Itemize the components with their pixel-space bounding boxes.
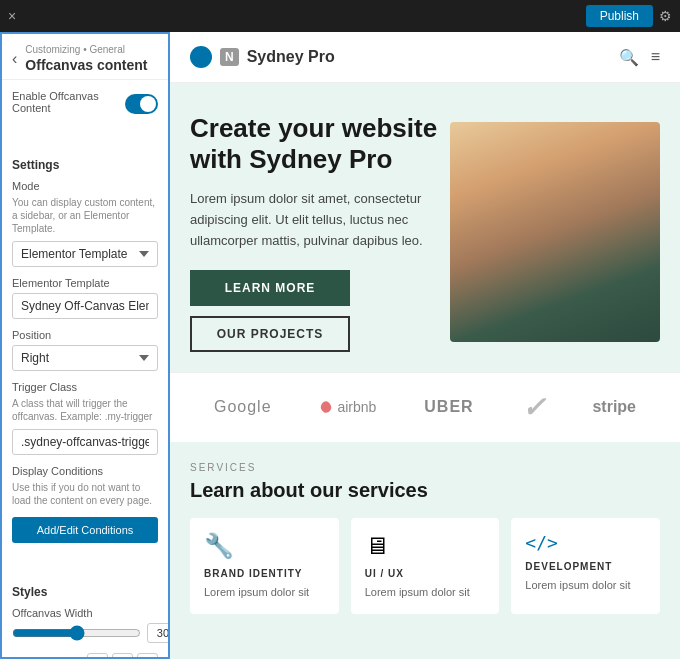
- padding-field: Padding ⊡ ⊟ ⊞: [12, 653, 158, 659]
- hero-content: Create your website with Sydney Pro Lore…: [190, 113, 450, 352]
- back-button[interactable]: ‹: [12, 50, 17, 68]
- preview-area: N Sydney Pro 🔍 ≡ Create your website wit…: [170, 32, 680, 659]
- logos-section: Google airbnb UBER ✓ stripe: [170, 372, 680, 442]
- enable-label: Enable Offcanvas Content: [12, 90, 125, 114]
- site-nav: 🔍 ≡: [619, 48, 660, 67]
- logo-google: Google: [214, 398, 272, 416]
- service-card-1: 🔧 BRAND IDENTITY Lorem ipsum dolor sit: [190, 518, 339, 614]
- publish-button[interactable]: Publish: [586, 5, 653, 27]
- our-projects-button[interactable]: OUR PROJECTS: [190, 316, 350, 352]
- width-field: Offcanvas Width: [12, 607, 158, 643]
- display-label: Display Conditions: [12, 465, 158, 477]
- gear-icon[interactable]: ⚙: [659, 8, 672, 24]
- breadcrumb: Customizing • General: [25, 44, 147, 55]
- sidebar-header: ‹ Customizing • General Offcanvas conten…: [2, 34, 168, 80]
- top-bar: × Publish ⚙: [0, 0, 680, 32]
- mode-field: Mode You can display custom content, a s…: [12, 180, 158, 267]
- sidebar-title: Offcanvas content: [25, 57, 147, 73]
- elementor-input[interactable]: [12, 293, 158, 319]
- elementor-field: Elementor Template: [12, 277, 158, 319]
- services-label: SERVICES: [190, 462, 660, 473]
- services-title: Learn about our services: [190, 479, 660, 502]
- hero-image-bg: [450, 122, 660, 342]
- service-name-2: UI / UX: [365, 568, 486, 579]
- menu-icon[interactable]: ≡: [651, 48, 660, 67]
- site-header: N Sydney Pro 🔍 ≡: [170, 32, 680, 83]
- brand-identity-icon: 🔧: [204, 532, 325, 560]
- service-name-3: DEVELOPMENT: [525, 561, 646, 572]
- services-grid: 🔧 BRAND IDENTITY Lorem ipsum dolor sit 🖥…: [190, 518, 660, 614]
- width-slider[interactable]: [12, 625, 141, 641]
- sidebar: ‹ Customizing • General Offcanvas conten…: [0, 32, 170, 659]
- width-label: Offcanvas Width: [12, 607, 158, 619]
- trigger-input[interactable]: [12, 429, 158, 455]
- site-logo-text: Sydney Pro: [247, 48, 335, 66]
- padding-icon-3[interactable]: ⊞: [137, 653, 158, 659]
- logo-uber: UBER: [424, 398, 473, 416]
- search-icon[interactable]: 🔍: [619, 48, 639, 67]
- styles-section: Styles Offcanvas Width Padding ⊡ ⊟ ⊞: [2, 571, 168, 659]
- display-conditions-field: Display Conditions Use this if you do no…: [12, 465, 158, 543]
- mode-select[interactable]: Elementor Template: [12, 241, 158, 267]
- enable-section: Enable Offcanvas Content: [2, 80, 168, 136]
- padding-label: Padding: [12, 655, 52, 660]
- styles-title: Styles: [12, 585, 158, 599]
- service-desc-1: Lorem ipsum dolor sit: [204, 585, 325, 600]
- hero-section: Create your website with Sydney Pro Lore…: [170, 83, 680, 372]
- development-icon: </>: [525, 532, 646, 553]
- service-name-1: BRAND IDENTITY: [204, 568, 325, 579]
- site-logo: N Sydney Pro: [190, 46, 335, 68]
- hero-text: Lorem ipsum dolor sit amet, consectetur …: [190, 189, 450, 251]
- close-icon[interactable]: ×: [8, 8, 16, 24]
- service-desc-2: Lorem ipsum dolor sit: [365, 585, 486, 600]
- padding-icon-2[interactable]: ⊟: [112, 653, 133, 659]
- trigger-desc: A class that will trigger the offcanvas.…: [12, 397, 158, 423]
- add-edit-button[interactable]: Add/Edit Conditions: [12, 517, 158, 543]
- logo-nike: ✓: [522, 391, 545, 424]
- logo-stripe: stripe: [592, 398, 636, 416]
- services-section: SERVICES Learn about our services 🔧 BRAN…: [170, 442, 680, 634]
- main-layout: ‹ Customizing • General Offcanvas conten…: [0, 32, 680, 659]
- position-label: Position: [12, 329, 158, 341]
- hero-image: [450, 122, 660, 342]
- enable-toggle-row: Enable Offcanvas Content: [12, 90, 158, 118]
- mode-desc: You can display custom content, a sideba…: [12, 196, 158, 235]
- mode-label: Mode: [12, 180, 158, 192]
- logo-circle-icon: [190, 46, 212, 68]
- service-card-3: </> DEVELOPMENT Lorem ipsum dolor sit: [511, 518, 660, 614]
- ui-ux-icon: 🖥: [365, 532, 486, 560]
- padding-icons: ⊡ ⊟ ⊞: [87, 653, 158, 659]
- hero-title: Create your website with Sydney Pro: [190, 113, 450, 175]
- service-card-2: 🖥 UI / UX Lorem ipsum dolor sit: [351, 518, 500, 614]
- logo-n-icon: N: [220, 48, 239, 66]
- service-desc-3: Lorem ipsum dolor sit: [525, 578, 646, 593]
- elementor-label: Elementor Template: [12, 277, 158, 289]
- trigger-field: Trigger Class A class that will trigger …: [12, 381, 158, 455]
- settings-section: Settings Mode You can display custom con…: [2, 144, 168, 563]
- enable-toggle[interactable]: [125, 94, 158, 114]
- learn-more-button[interactable]: LEARN MORE: [190, 270, 350, 306]
- padding-icon-1[interactable]: ⊡: [87, 653, 108, 659]
- settings-title: Settings: [12, 158, 158, 172]
- width-value[interactable]: [147, 623, 170, 643]
- position-select[interactable]: Right: [12, 345, 158, 371]
- logo-airbnb: airbnb: [319, 399, 376, 415]
- position-field: Position Right: [12, 329, 158, 371]
- display-desc: Use this if you do not want to load the …: [12, 481, 158, 507]
- trigger-label: Trigger Class: [12, 381, 158, 393]
- width-slider-row: [12, 623, 158, 643]
